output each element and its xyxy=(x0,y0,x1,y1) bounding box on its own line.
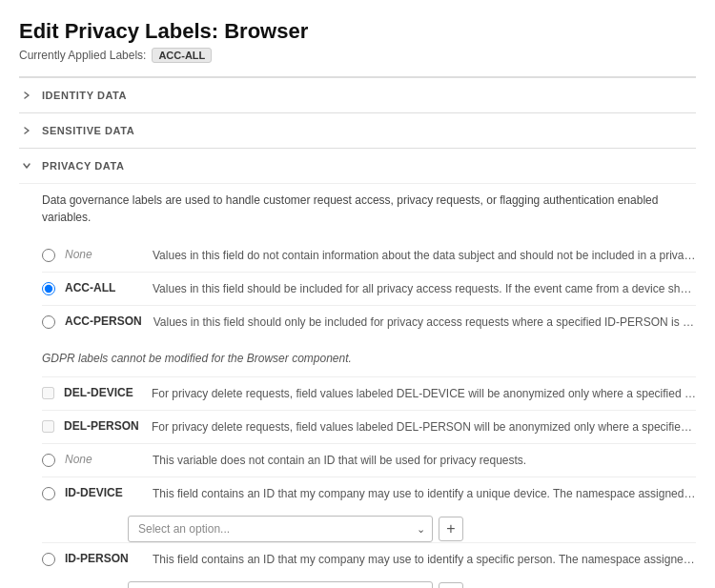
option-del-person-desc: For privacy delete requests, field value… xyxy=(152,418,696,436)
option-del-device-label: DEL-DEVICE xyxy=(64,385,140,399)
checkbox-del-person[interactable] xyxy=(42,420,54,433)
page-container: Edit Privacy Labels: Browser Currently A… xyxy=(0,0,715,588)
id-person-select-row: Select an option... ⌄ + xyxy=(128,581,696,588)
section-identity-data[interactable]: IDENTITY DATA xyxy=(19,77,696,112)
id-device-select-wrapper: Select an option... ⌄ xyxy=(128,516,433,542)
gdpr-note: GDPR labels cannot be modified for the B… xyxy=(42,352,696,365)
option-id-person-desc: This field contains an ID that my compan… xyxy=(153,551,696,568)
currently-applied-label: Currently Applied Labels: xyxy=(19,49,146,62)
applied-badge: ACC-ALL xyxy=(152,48,212,63)
option-acc-all: ACC-ALL Values in this field should be i… xyxy=(42,272,696,305)
id-device-select[interactable]: Select an option... xyxy=(128,516,433,542)
radio-group-privacy: None Values in this field do not contain… xyxy=(42,239,696,338)
option-del-device-desc: For privacy delete requests, field value… xyxy=(152,385,696,402)
radio-id-person[interactable] xyxy=(42,553,55,566)
radio-none-id[interactable] xyxy=(42,454,55,467)
chevron-down-icon xyxy=(19,158,34,173)
option-id-person-label: ID-PERSON xyxy=(65,551,141,565)
option-id-device-label: ID-DEVICE xyxy=(65,485,141,499)
option-acc-all-label: ACC-ALL xyxy=(65,280,141,294)
option-acc-person: ACC-PERSON Values in this field should o… xyxy=(42,305,696,338)
option-id-person: ID-PERSON This field contains an ID that… xyxy=(42,543,696,576)
privacy-data-label: PRIVACY DATA xyxy=(42,160,124,172)
option-id-device-block: ID-DEVICE This field contains an ID that… xyxy=(42,476,696,542)
id-person-add-button[interactable]: + xyxy=(439,582,463,588)
chevron-right-icon xyxy=(19,88,34,103)
option-del-device: DEL-DEVICE For privacy delete requests, … xyxy=(42,376,696,410)
currently-applied-row: Currently Applied Labels: ACC-ALL xyxy=(19,48,696,63)
id-person-select[interactable]: Select an option... xyxy=(128,581,433,588)
radio-id-device[interactable] xyxy=(42,487,55,500)
chevron-right-icon-2 xyxy=(19,123,34,138)
option-none: None Values in this field do not contain… xyxy=(42,239,696,272)
privacy-description: Data governance labels are used to handl… xyxy=(42,192,696,226)
option-del-person: DEL-PERSON For privacy delete requests, … xyxy=(42,410,696,443)
id-device-add-button[interactable]: + xyxy=(439,517,463,541)
option-acc-all-desc: Values in this field should be included … xyxy=(153,280,696,297)
radio-acc-person[interactable] xyxy=(42,315,55,329)
option-acc-person-label: ACC-PERSON xyxy=(65,314,142,328)
option-none-desc: Values in this field do not contain info… xyxy=(153,247,696,264)
privacy-data-content: Data governance labels are used to handl… xyxy=(19,183,696,588)
option-del-person-label: DEL-PERSON xyxy=(64,418,140,433)
section-sensitive-data[interactable]: SENSITIVE DATA xyxy=(19,112,696,148)
radio-none[interactable] xyxy=(42,249,55,262)
option-id-person-block: ID-PERSON This field contains an ID that… xyxy=(42,542,696,588)
option-none-label: None xyxy=(65,247,141,261)
option-id-device-desc: This field contains an ID that my compan… xyxy=(153,485,696,502)
id-device-select-row: Select an option... ⌄ + xyxy=(128,516,696,542)
option-id-device: ID-DEVICE This field contains an ID that… xyxy=(42,477,696,510)
section-privacy-data[interactable]: PRIVACY DATA xyxy=(19,148,696,183)
identity-data-label: IDENTITY DATA xyxy=(42,90,127,101)
sensitive-data-label: SENSITIVE DATA xyxy=(42,125,134,136)
option-none-id: None This variable does not contain an I… xyxy=(42,443,696,476)
option-acc-person-desc: Values in this field should only be incl… xyxy=(153,314,696,331)
checkbox-del-device[interactable] xyxy=(42,387,54,399)
radio-acc-all[interactable] xyxy=(42,282,55,295)
id-person-select-wrapper: Select an option... ⌄ xyxy=(128,581,433,588)
option-none-id-label: None xyxy=(65,452,141,466)
page-title: Edit Privacy Labels: Browser xyxy=(19,19,696,44)
option-none-id-desc: This variable does not contain an ID tha… xyxy=(153,452,696,469)
